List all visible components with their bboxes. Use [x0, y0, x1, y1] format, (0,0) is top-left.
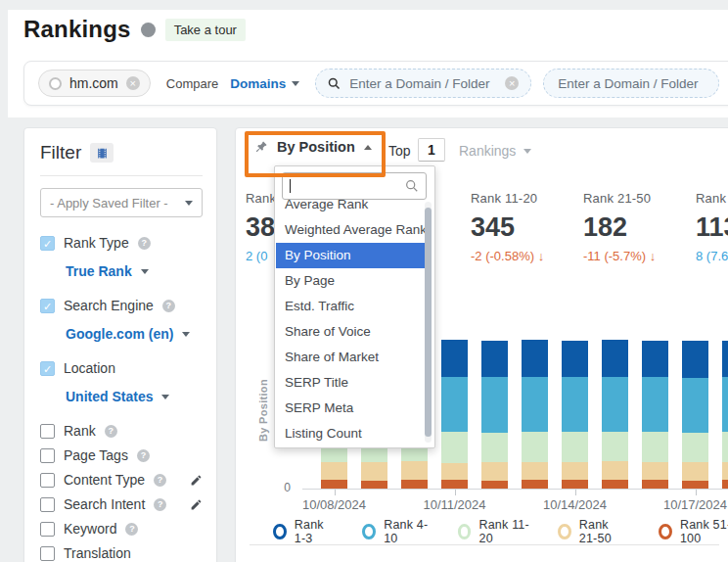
- bar-segment-rank-21-50: [522, 462, 548, 480]
- scrollbar-thumb[interactable]: [425, 208, 432, 437]
- filter-item-page-tags[interactable]: Page Tags: [40, 447, 203, 463]
- filter-sidebar: Filter - Apply Saved Filter - Rank TypeT…: [23, 127, 217, 562]
- filter-item-location[interactable]: Location: [40, 360, 203, 376]
- filter-sub-true-rank[interactable]: True Rank: [66, 263, 203, 279]
- bar-segment-rank-51-100: [522, 480, 548, 489]
- bar-segment-rank-11-20: [522, 432, 548, 462]
- checkbox-search-intent[interactable]: [40, 497, 55, 512]
- filter-item-content-type[interactable]: Content Type: [40, 472, 203, 488]
- filter-item-rank[interactable]: Rank: [40, 423, 203, 439]
- metric-selector-button[interactable]: By Position: [253, 139, 372, 155]
- top-n-input[interactable]: [418, 138, 445, 162]
- bar-segment-rank-21-50: [401, 461, 428, 480]
- checkbox-content-type[interactable]: [40, 473, 55, 488]
- stat-card-change: -11 (-5.7%) ↓: [583, 249, 691, 263]
- bar-10-11-2024: [441, 340, 468, 489]
- edit-pencil-icon[interactable]: [190, 474, 203, 487]
- x-axis-label: 10/14/2024: [531, 497, 619, 512]
- stat-card-value: 182: [583, 212, 691, 243]
- legend-item-rank-4-10[interactable]: Rank 4-10: [362, 518, 429, 545]
- domain-input-2[interactable]: [556, 75, 706, 92]
- checkbox-rank-type[interactable]: [40, 236, 55, 251]
- domain-chip-label: hm.com: [69, 75, 118, 91]
- bar-segment-rank-4-10: [722, 377, 728, 432]
- legend-label: Rank 51-100: [680, 518, 728, 545]
- search-icon: [328, 77, 341, 90]
- help-icon: [105, 425, 117, 438]
- filter-item-keyword[interactable]: Keyword: [40, 521, 203, 537]
- divider: [40, 175, 203, 176]
- bar-segment-rank-51-100: [441, 480, 468, 489]
- dropdown-search-box[interactable]: [282, 172, 427, 200]
- dropdown-search-input[interactable]: [289, 175, 400, 197]
- dropdown-option-listing-count[interactable]: Listing Count: [276, 421, 425, 445]
- title-row: Rankings Take a tour: [23, 16, 246, 43]
- clear-input-icon[interactable]: [505, 76, 519, 90]
- legend-item-rank-21-50[interactable]: Rank 21-50: [558, 518, 630, 545]
- filter-sub-google-com-en[interactable]: Google.com (en): [66, 326, 203, 342]
- text-cursor: [290, 179, 291, 193]
- filter-sub-link[interactable]: True Rank: [66, 263, 132, 279]
- filter-item-rank-type[interactable]: Rank Type: [40, 235, 203, 251]
- legend-ring-icon: [659, 524, 672, 539]
- remove-domain-icon[interactable]: [126, 76, 140, 90]
- bar-segment-rank-11-20: [481, 433, 508, 463]
- dropdown-option-by-page[interactable]: By Page: [276, 268, 425, 294]
- edit-pencil-icon[interactable]: [190, 498, 203, 511]
- radio-circle-icon[interactable]: [49, 77, 62, 90]
- dropdown-option-estd-traffic[interactable]: Estd. Traffic: [276, 294, 425, 319]
- stat-card-change: -2 (-0.58%) ↓: [471, 249, 578, 263]
- legend-item-rank-51-100[interactable]: Rank 51-100: [659, 518, 728, 545]
- dropdown-option-average-rank[interactable]: Average Rank: [276, 199, 425, 217]
- dropdown-option-serp-title[interactable]: SERP Title: [276, 370, 425, 396]
- domain-chip[interactable]: hm.com: [38, 70, 151, 97]
- page-title: Rankings: [23, 16, 131, 43]
- help-icon: [137, 449, 150, 462]
- dropdown-option-list: Average RankWeighted Average RankBy Posi…: [276, 199, 425, 445]
- legend-item-rank-1-3[interactable]: Rank 1-3: [273, 518, 334, 545]
- bar-segment-rank-51-100: [361, 481, 387, 489]
- filter-item-translation[interactable]: Translation: [40, 545, 203, 561]
- apply-saved-filter-select[interactable]: - Apply Saved Filter -: [40, 188, 203, 217]
- filter-sub-united-states[interactable]: United States: [66, 389, 203, 404]
- domains-dropdown[interactable]: Domains: [230, 76, 299, 91]
- filter-item-search-engine[interactable]: Search Engine: [40, 298, 203, 313]
- filter-sub-link[interactable]: United States: [66, 389, 153, 404]
- chart-y-axis-label: By Position: [257, 366, 269, 454]
- stat-card-label: Rank 21-50: [583, 191, 691, 206]
- dropdown-option-share-of-market[interactable]: Share of Market: [276, 345, 425, 370]
- domain-input-1[interactable]: [347, 75, 498, 92]
- checkbox-location[interactable]: [40, 361, 55, 376]
- dropdown-option-weighted-average-rank[interactable]: Weighted Average Rank: [276, 217, 425, 243]
- bar-segment-rank-11-20: [682, 433, 708, 463]
- bar-10-17-2024: [682, 341, 708, 489]
- chevron-down-icon: [523, 149, 531, 154]
- checkbox-search-engine[interactable]: [40, 299, 55, 313]
- stat-card-label: Rank 11-20: [471, 191, 578, 206]
- bar-segment-rank-51-100: [562, 480, 588, 489]
- help-question-icon[interactable]: [141, 23, 156, 37]
- checkbox-translation[interactable]: [40, 546, 55, 561]
- legend-ring-icon: [558, 524, 571, 539]
- checkbox-keyword[interactable]: [40, 522, 55, 537]
- domain-search-bar: hm.com Compare Domains: [23, 61, 728, 106]
- bar-segment-rank-11-20: [722, 432, 728, 462]
- apply-saved-filter-label: - Apply Saved Filter -: [50, 196, 168, 211]
- bar-segment-rank-11-20: [642, 432, 668, 462]
- dropdown-option-serp-meta[interactable]: SERP Meta: [276, 396, 425, 421]
- dropdown-option-share-of-voice[interactable]: Share of Voice: [276, 319, 425, 345]
- metric-selector-label: By Position: [277, 139, 355, 155]
- bar-segment-rank-51-100: [642, 480, 668, 489]
- filter-sub-link[interactable]: Google.com (en): [66, 326, 173, 342]
- bar-segment-rank-21-50: [602, 461, 628, 480]
- legend-item-rank-11-20[interactable]: Rank 11-20: [458, 518, 529, 545]
- chevron-down-icon: [185, 201, 193, 206]
- take-a-tour-link[interactable]: Take a tour: [165, 19, 246, 41]
- checkbox-page-tags[interactable]: [40, 448, 55, 463]
- dropdown-option-by-position[interactable]: By Position: [276, 243, 425, 268]
- film-strip-icon[interactable]: [90, 143, 114, 163]
- rankings-unit-dropdown[interactable]: Rankings: [459, 143, 531, 159]
- filter-item-search-intent[interactable]: Search Intent: [40, 496, 203, 512]
- checkbox-rank[interactable]: [40, 424, 55, 439]
- legend-ring-icon: [362, 524, 376, 539]
